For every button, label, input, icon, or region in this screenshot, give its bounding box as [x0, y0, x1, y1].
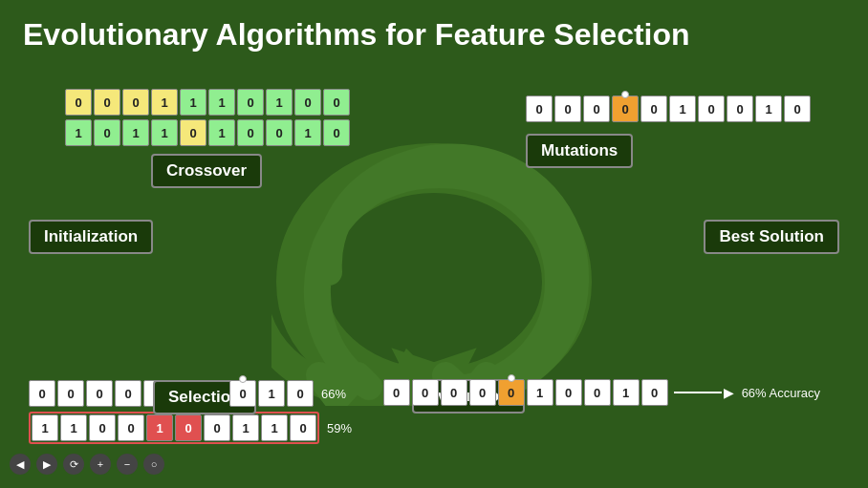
mutations-label: Mutations: [526, 134, 633, 168]
mutations-section: 0 0 0 0 0 1 0 0 1 0 Mutations: [526, 95, 811, 122]
bottom-controls: ◀ ▶ ⟳ + − ○: [10, 454, 164, 475]
bit: 1: [151, 119, 178, 146]
bit: 0: [323, 119, 350, 146]
sel-dot: [239, 375, 247, 383]
accuracy-indicator: ▶ 66% Accuracy: [674, 385, 820, 400]
mutation-dot: [621, 91, 629, 98]
control-prev[interactable]: ◀: [10, 454, 31, 475]
bit: 1: [65, 119, 92, 146]
bit: 1: [669, 95, 696, 122]
bit: 0: [323, 89, 350, 116]
bit: 1: [527, 379, 553, 406]
bit: 1: [180, 89, 206, 116]
bit: 0: [237, 89, 264, 116]
bit: 1: [266, 89, 293, 116]
bit: 0: [266, 119, 293, 146]
bit: 0: [65, 89, 92, 116]
selection-row2: 1 1 0 0 1 0 0 1 1 0: [29, 412, 319, 444]
bit: 0: [727, 95, 753, 122]
mutations-row: 0 0 0 0 0 1 0 0 1 0: [526, 95, 811, 122]
bit: 0: [29, 380, 55, 407]
bit: 0: [641, 379, 668, 406]
selection-section: Selection 0 0 0 0 0 1 0 0 1 0 66%: [29, 380, 352, 444]
bit: 1: [755, 95, 782, 122]
bit: 0: [94, 119, 120, 146]
accuracy-value: 66% Accuracy: [742, 386, 820, 400]
bit: 0: [86, 380, 113, 407]
crossover-row1: 0 0 0 1 1 1 0 1 0 0: [65, 89, 350, 116]
bit-red: 0: [175, 414, 202, 441]
bit-highlighted: 0: [498, 379, 525, 406]
bit: 0: [583, 95, 610, 122]
evaluation-row: 0 0 0 0 0 1 0 0 1 0: [383, 379, 668, 406]
control-fullscreen[interactable]: ○: [143, 454, 164, 475]
bit: 0: [640, 95, 667, 122]
bit: 0: [57, 380, 84, 407]
bit-highlighted: 0: [612, 95, 639, 122]
bit: 0: [94, 89, 120, 116]
eval-dot: [508, 374, 515, 382]
crossover-row2: 1 0 1 1 0 1 0 0 1 0: [65, 119, 350, 146]
bit: 0: [118, 414, 144, 441]
bit: 1: [294, 119, 321, 146]
arrow-line: [674, 392, 722, 393]
cycle-arrow-icon: [271, 138, 597, 406]
bit: 0: [441, 379, 467, 406]
main-area: 0 0 0 1 1 1 0 1 0 0 1 0 1 1 0 1 0 0 1 0 …: [0, 62, 868, 482]
bit: 0: [412, 379, 439, 406]
bit: 0: [555, 379, 582, 406]
bit: 1: [208, 89, 235, 116]
bit: 0: [89, 414, 116, 441]
title: Evolutionary Algorithms for Feature Sele…: [0, 0, 868, 62]
bit: 1: [232, 414, 259, 441]
crossover-rows: 0 0 0 1 1 1 0 1 0 0 1 0 1 1 0 1 0 0 1 0 …: [65, 89, 350, 146]
evaluation-section: Evaluation 0 0 0 0 0 1 0 0 1 0 ▶: [383, 379, 820, 406]
evaluation-row-container: 0 0 0 0 0 1 0 0 1 0 ▶ 66% Accuracy: [383, 379, 820, 406]
bit: 1: [258, 380, 285, 407]
bit: 0: [698, 95, 725, 122]
best-solution-label: Best Solution: [704, 220, 839, 254]
selection-row1-accuracy: 66%: [321, 387, 346, 401]
bit-red: 1: [146, 414, 173, 441]
bit: 1: [613, 379, 640, 406]
bit: 0: [229, 380, 256, 407]
bit: 0: [204, 414, 230, 441]
selection-row2-container: 1 1 0 0 1 0 0 1 1 0 59%: [29, 412, 352, 444]
control-zoom-out[interactable]: −: [117, 454, 138, 475]
bit: 0: [290, 414, 316, 441]
control-refresh[interactable]: ⟳: [63, 454, 84, 475]
control-zoom-in[interactable]: +: [90, 454, 111, 475]
bit: 0: [294, 89, 321, 116]
bit: 0: [122, 89, 149, 116]
control-next[interactable]: ▶: [36, 454, 57, 475]
crossover-label: Crossover: [151, 154, 262, 188]
bit: 0: [584, 379, 611, 406]
bit: 1: [60, 414, 87, 441]
bit: 1: [261, 414, 288, 441]
bit: 0: [526, 95, 553, 122]
bit: 1: [151, 89, 178, 116]
bit: 1: [208, 119, 235, 146]
arrow-head: ▶: [724, 385, 734, 400]
bit: 0: [784, 95, 811, 122]
initialization-label: Initialization: [29, 220, 153, 254]
bit: 0: [469, 379, 496, 406]
bit: 0: [383, 379, 410, 406]
bit: 1: [32, 414, 58, 441]
selection-row2-accuracy: 59%: [327, 421, 352, 435]
bit: 0: [237, 119, 264, 146]
bit: 0: [180, 119, 206, 146]
bit: 0: [554, 95, 581, 122]
bit: 1: [122, 119, 149, 146]
bit: 0: [287, 380, 314, 407]
bit: 0: [115, 380, 141, 407]
